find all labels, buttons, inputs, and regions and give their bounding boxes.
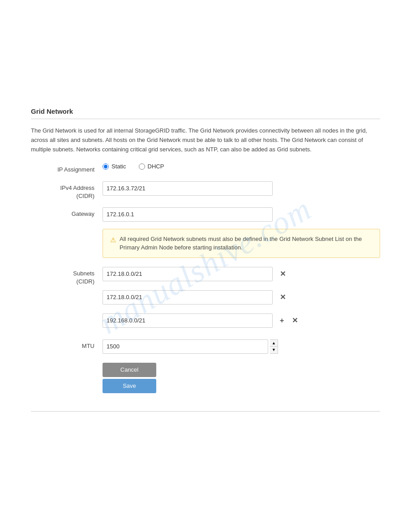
ipv4-address-row: IPv4 Address(CIDR) xyxy=(31,181,380,200)
subnets-row: Subnets(CIDR) ✕ ✕ + ✕ xyxy=(31,267,380,332)
gateway-control xyxy=(103,207,380,222)
warning-text: All required Grid Network subnets must a… xyxy=(120,235,372,252)
ip-assignment-radio-group: Static DHCP xyxy=(103,163,164,170)
ipv4-address-input[interactable] xyxy=(103,181,273,196)
radio-dhcp-option[interactable]: DHCP xyxy=(139,163,164,170)
subnets-label: Subnets(CIDR) xyxy=(31,267,103,286)
ip-assignment-control: Static DHCP xyxy=(103,163,380,170)
radio-static-label: Static xyxy=(111,163,126,170)
mtu-control: ▲ ▼ xyxy=(103,339,380,354)
radio-static-option[interactable]: Static xyxy=(103,163,126,170)
remove-subnet-2-button[interactable]: ✕ xyxy=(277,292,288,302)
action-buttons: Cancel Save xyxy=(103,363,380,393)
mtu-decrement-button[interactable]: ▼ xyxy=(270,347,278,353)
grid-network-description: The Grid Network is used for all interna… xyxy=(31,126,380,154)
radio-static-input[interactable] xyxy=(103,163,109,170)
ip-assignment-label: IP Assignment xyxy=(31,163,103,174)
mtu-increment-button[interactable]: ▲ xyxy=(270,340,278,347)
save-button[interactable]: Save xyxy=(103,379,156,393)
radio-dhcp-input[interactable] xyxy=(139,163,145,170)
gateway-label: Gateway xyxy=(31,207,103,218)
warning-box: ⚠ All required Grid Network subnets must… xyxy=(103,229,380,258)
mtu-row: MTU ▲ ▼ xyxy=(31,339,380,354)
section-divider xyxy=(31,119,380,119)
subnet-input-1[interactable] xyxy=(103,267,273,281)
subnet-input-3[interactable] xyxy=(103,313,273,328)
ipv4-address-control xyxy=(103,181,380,196)
warning-icon: ⚠ xyxy=(110,235,116,245)
gateway-row: Gateway xyxy=(31,207,380,222)
subnet-3-buttons: + ✕ xyxy=(277,315,300,326)
mtu-spinner: ▲ ▼ xyxy=(270,339,278,354)
cancel-button[interactable]: Cancel xyxy=(103,363,156,377)
subnet-input-2[interactable] xyxy=(103,290,273,305)
section-title: Grid Network xyxy=(31,107,380,115)
mtu-input-group: ▲ ▼ xyxy=(103,339,278,354)
subnet-row-3: + ✕ xyxy=(103,313,300,328)
add-subnet-button[interactable]: + xyxy=(277,315,287,326)
gateway-input[interactable] xyxy=(103,207,273,222)
subnets-control: ✕ ✕ + ✕ xyxy=(103,267,380,332)
remove-subnet-3-button[interactable]: ✕ xyxy=(289,315,300,326)
remove-subnet-1-button[interactable]: ✕ xyxy=(277,269,288,279)
subnet-row-2: ✕ xyxy=(103,290,288,305)
bottom-divider xyxy=(31,411,380,412)
radio-dhcp-label: DHCP xyxy=(148,163,164,170)
subnet-row-1: ✕ xyxy=(103,267,288,281)
mtu-label: MTU xyxy=(31,339,103,350)
mtu-input[interactable] xyxy=(103,339,268,354)
ip-assignment-row: IP Assignment Static DHCP xyxy=(31,163,380,174)
ipv4-address-label: IPv4 Address(CIDR) xyxy=(31,181,103,200)
